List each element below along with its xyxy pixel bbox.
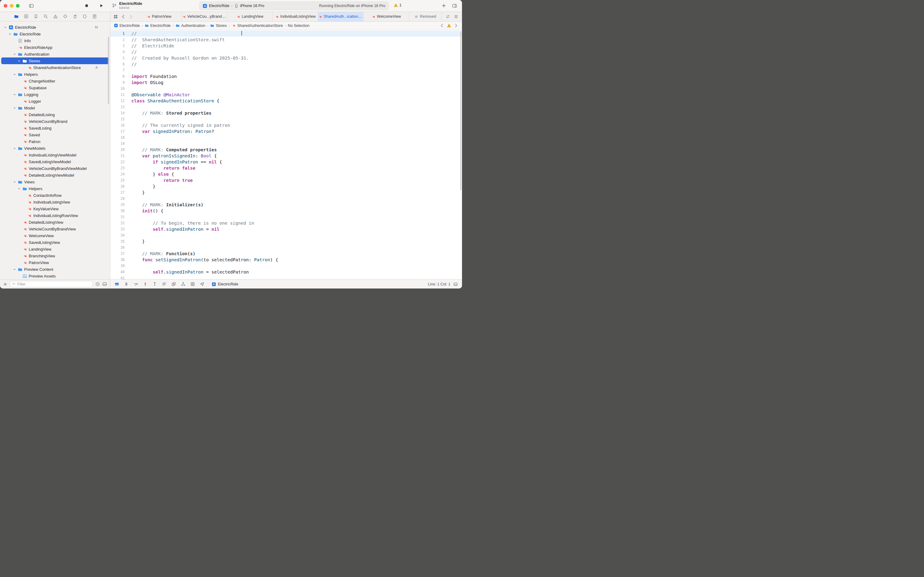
view-hierarchy-icon[interactable] bbox=[171, 282, 176, 286]
sidebar-scrollbar[interactable] bbox=[108, 37, 109, 104]
chevron-right-icon[interactable] bbox=[454, 23, 458, 28]
disclosure-chevron-icon[interactable] bbox=[18, 187, 21, 190]
editor-tab-welcomeview[interactable]: WelcomeView bbox=[364, 11, 409, 21]
run-button[interactable] bbox=[99, 3, 104, 8]
line-number[interactable]: 21 bbox=[110, 153, 125, 159]
line-number[interactable]: 13 bbox=[110, 104, 125, 110]
code-line-19[interactable]: 19 bbox=[110, 140, 462, 147]
navigator-item-views[interactable]: Views bbox=[1, 179, 109, 185]
line-number[interactable]: 16 bbox=[110, 122, 125, 128]
navigator-item-electricrideapp[interactable]: ElectricRideApp bbox=[1, 44, 109, 51]
code-line-40[interactable]: 40 self.signedInPatron = selectedPatron bbox=[110, 269, 462, 275]
code-line-29[interactable]: 29 // MARK: Initializer(s) bbox=[110, 202, 462, 208]
navigator-item-sharedauthenticationstore[interactable]: SharedAuthenticationStoreA bbox=[1, 64, 109, 71]
code-line-5[interactable]: 5// Created by Russell Gordon on 2025-05… bbox=[110, 55, 462, 61]
code-review-icon[interactable] bbox=[446, 15, 450, 19]
code-line-36[interactable]: 36 bbox=[110, 245, 462, 251]
close-button[interactable] bbox=[4, 4, 7, 8]
navigator-item-vehiclecountbybrand[interactable]: VehicleCountByBrand bbox=[1, 118, 109, 125]
breadcrumb-item-sharedauthenticationstore[interactable]: SharedAuthenticationStore bbox=[232, 24, 283, 28]
editor-tab-sharedauth-icationstore[interactable]: SharedAuth...icationStore bbox=[318, 11, 364, 21]
code-line-11[interactable]: 11@Observable @MainActor bbox=[110, 92, 462, 98]
line-number[interactable]: 18 bbox=[110, 134, 125, 140]
code-line-8[interactable]: 8import Foundation bbox=[110, 73, 462, 79]
editor-tab-individuallistingview[interactable]: IndividualListingView bbox=[272, 11, 318, 21]
step-into-icon[interactable] bbox=[143, 282, 148, 286]
code-line-22[interactable]: 22 if signedInPatron == nil { bbox=[110, 159, 462, 165]
add-file-icon[interactable] bbox=[3, 282, 7, 286]
navigator-item-landingview[interactable]: LandingView bbox=[1, 246, 109, 253]
code-line-39[interactable]: 39 bbox=[110, 263, 462, 269]
navigator-item-vehiclecountbybrandview[interactable]: VehicleCountByBrandView bbox=[1, 226, 109, 232]
toggle-inspector-icon[interactable] bbox=[452, 3, 457, 8]
report-icon[interactable] bbox=[92, 14, 97, 19]
code-line-9[interactable]: 9import OSLog bbox=[110, 79, 462, 85]
navigator-item-savedlistingview[interactable]: SavedListingView bbox=[1, 239, 109, 246]
navigator-item-patronview[interactable]: PatronView bbox=[1, 259, 109, 266]
disclosure-chevron-icon[interactable] bbox=[13, 180, 17, 184]
breadcrumb-item-electricride[interactable]: ElectricRide bbox=[114, 24, 140, 28]
navigator-item-saved[interactable]: Saved bbox=[1, 131, 109, 138]
code-line-10[interactable]: 10 bbox=[110, 85, 462, 92]
line-number[interactable]: 29 bbox=[110, 202, 125, 208]
code-line-2[interactable]: 2// SharedAuthenticationStore.swift bbox=[110, 37, 462, 43]
pause-icon[interactable] bbox=[124, 282, 129, 286]
disclosure-chevron-icon[interactable] bbox=[13, 93, 17, 96]
line-number[interactable]: 33 bbox=[110, 226, 125, 232]
editor-tab-patronview[interactable]: PatronView bbox=[136, 11, 182, 21]
breadcrumb-item-stores[interactable]: Stores bbox=[210, 24, 227, 28]
code-line-21[interactable]: 21 var patronIsSignedIn: Bool { bbox=[110, 153, 462, 159]
editor-options-icon[interactable] bbox=[454, 282, 458, 286]
editor-tab-landingview[interactable]: LandingView bbox=[227, 11, 273, 21]
code-line-7[interactable]: 7 bbox=[110, 67, 462, 73]
scheme-destination-pill[interactable]: ElectricRide › iPhone 16 Pro Running Ele… bbox=[199, 2, 389, 10]
code-line-28[interactable]: 28 bbox=[110, 196, 462, 202]
code-line-38[interactable]: 38 func setSignedInPatron(to selectedPat… bbox=[110, 257, 462, 263]
navigator-item-authentication[interactable]: Authentication bbox=[1, 51, 109, 58]
zoom-button[interactable] bbox=[16, 4, 19, 8]
code-line-26[interactable]: 26 } bbox=[110, 184, 462, 190]
editor-tab-removed[interactable]: Removed bbox=[409, 11, 442, 21]
sidebar-divider[interactable] bbox=[110, 11, 110, 288]
warning-counter[interactable]: 1 bbox=[394, 3, 401, 7]
navigator-item-preview-assets[interactable]: Preview Assets bbox=[1, 272, 109, 279]
navigator-item-logging[interactable]: Logging bbox=[1, 91, 109, 98]
navigator-item-contactinforow[interactable]: ContactInfoRow bbox=[1, 192, 109, 199]
step-out-icon[interactable] bbox=[153, 282, 157, 286]
code-line-14[interactable]: 14 // MARK: Stored properties bbox=[110, 110, 462, 116]
line-number[interactable]: 10 bbox=[110, 85, 125, 92]
minimap-icon[interactable] bbox=[454, 15, 458, 19]
line-number[interactable]: 39 bbox=[110, 263, 125, 269]
navigator-item-detailedlistingviewmodel[interactable]: DetailedListingViewModel bbox=[1, 172, 109, 179]
code-line-17[interactable]: 17 var signedInPatron: Patron? bbox=[110, 128, 462, 134]
line-number[interactable]: 36 bbox=[110, 245, 125, 251]
line-number[interactable]: 4 bbox=[110, 49, 125, 55]
line-number[interactable]: 1 bbox=[110, 31, 125, 37]
line-number[interactable]: 9 bbox=[110, 79, 125, 85]
navigator-item-model[interactable]: Model bbox=[1, 105, 109, 111]
running-process[interactable]: ElectricRide bbox=[212, 282, 238, 286]
line-number[interactable]: 37 bbox=[110, 251, 125, 257]
navigator-item-individuallistingviewmodel[interactable]: IndividualListingViewModel bbox=[1, 152, 109, 158]
disclosure-chevron-icon[interactable] bbox=[18, 59, 21, 63]
editor-tab-vehiclecou-ybrandview[interactable]: VehicleCou...yBrandView bbox=[182, 11, 227, 21]
navigator-item-info[interactable]: Info bbox=[1, 37, 109, 44]
code-line-15[interactable]: 15 bbox=[110, 116, 462, 122]
navigator-item-electricride[interactable]: ElectricRideM bbox=[1, 24, 109, 31]
folder-icon[interactable] bbox=[14, 14, 19, 19]
code-line-30[interactable]: 30 init() { bbox=[110, 208, 462, 214]
recent-files-icon[interactable] bbox=[95, 282, 100, 286]
line-number[interactable]: 41 bbox=[110, 275, 125, 279]
navigator-item-logger[interactable]: Logger bbox=[1, 98, 109, 105]
line-number[interactable]: 30 bbox=[110, 208, 125, 214]
navigator-item-supabase[interactable]: Supabase bbox=[1, 84, 109, 91]
line-number[interactable]: 24 bbox=[110, 171, 125, 177]
code-line-3[interactable]: 3// ElectricRide bbox=[110, 43, 462, 49]
breakpoint-icon[interactable] bbox=[82, 14, 87, 19]
navigator-item-stores[interactable]: Stores bbox=[1, 58, 109, 64]
disclosure-chevron-icon[interactable] bbox=[8, 32, 12, 36]
line-number[interactable]: 5 bbox=[110, 55, 125, 61]
navigator-item-patron[interactable]: Patron bbox=[1, 138, 109, 145]
line-number[interactable]: 32 bbox=[110, 220, 125, 226]
navigator-item-keyvalueview[interactable]: KeyValueView bbox=[1, 205, 109, 212]
